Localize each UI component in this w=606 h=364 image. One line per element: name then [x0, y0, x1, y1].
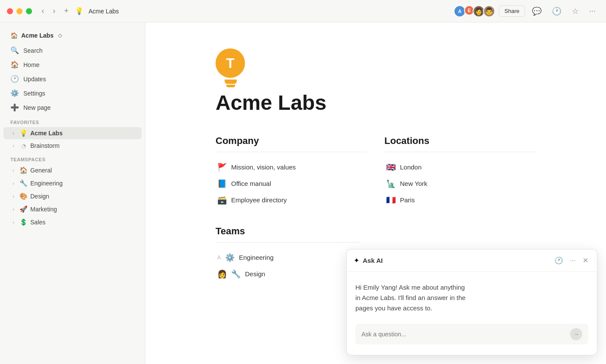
- ask-ai-input[interactable]: [361, 331, 567, 338]
- chevron-icon: ›: [10, 131, 16, 136]
- design-icon: 🎨: [19, 192, 28, 200]
- chevron-sales: ›: [10, 220, 16, 225]
- ask-ai-sparkle-icon: ✦: [354, 256, 359, 265]
- sidebar-item-home[interactable]: 🏠 Home: [3, 58, 142, 71]
- directory-icon: 🗃️: [217, 195, 227, 205]
- brainstorm-icon: ◔: [19, 143, 28, 149]
- link-paris[interactable]: 🇫🇷 Paris: [384, 192, 536, 208]
- teamspace-general-label: General: [30, 167, 52, 174]
- teamspace-engineering-label: Engineering: [30, 180, 63, 187]
- link-employee-directory[interactable]: 🗃️ Employee directory: [216, 192, 367, 208]
- workspace-icon: 🏠: [10, 32, 18, 39]
- design-team-icon: 🔧: [231, 269, 241, 279]
- london-label: London: [400, 163, 422, 171]
- sidebar-item-settings[interactable]: ⚙️ Settings: [3, 86, 142, 100]
- search-icon: 🔍: [10, 46, 19, 54]
- sidebar-label-updates: Updates: [23, 76, 46, 83]
- sidebar-teamspace-engineering[interactable]: › 🔧 Engineering: [3, 177, 142, 189]
- collaborators-avatars: A E 👩 👨: [454, 5, 495, 17]
- page-title: Acme Labs: [216, 92, 536, 115]
- teamspace-marketing-label: Marketing: [30, 206, 57, 213]
- settings-icon: ⚙️: [10, 89, 19, 97]
- forward-button[interactable]: ›: [50, 5, 58, 17]
- chevron-icon-2: ›: [10, 144, 16, 148]
- ask-ai-body: Hi Emily Yang! Ask me about anythingin A…: [347, 272, 597, 355]
- link-new-york[interactable]: 🗽 New York: [384, 176, 536, 192]
- close-button[interactable]: [7, 8, 13, 14]
- teamspace-design-label: Design: [30, 193, 49, 200]
- logo-connector: [226, 85, 235, 87]
- link-office-manual[interactable]: 📘 Office manual: [216, 176, 367, 192]
- mission-icon: 🚩: [217, 163, 227, 172]
- sidebar-item-new-page[interactable]: ➕ New page: [3, 101, 142, 114]
- workspace-name: Acme Labs: [21, 32, 54, 39]
- ask-ai-history-button[interactable]: 🕐: [553, 255, 565, 265]
- back-button[interactable]: ‹: [39, 5, 47, 17]
- design-avatar-emoji: 👩: [217, 269, 227, 279]
- paris-label: Paris: [400, 196, 415, 204]
- comment-button[interactable]: 💬: [529, 5, 545, 18]
- chevron-general: ›: [10, 168, 16, 173]
- columns-grid: Company 🚩 Mission, vision, values 📘 Offi…: [216, 135, 536, 208]
- chevron-engineering: ›: [10, 181, 16, 186]
- marketing-icon: 🚀: [19, 205, 28, 213]
- teams-divider: [216, 242, 360, 243]
- page-icon-small: 💡: [75, 7, 84, 15]
- sidebar-item-search[interactable]: 🔍 Search: [3, 44, 142, 57]
- new-york-icon: 🗽: [386, 179, 396, 188]
- sidebar-teamspace-sales[interactable]: › 💲 Sales: [3, 216, 142, 228]
- design-team-label: Design: [245, 270, 265, 278]
- new-page-icon: ➕: [10, 103, 19, 112]
- locations-section: Locations 🇬🇧 London 🗽 New York 🇫🇷 Paris: [384, 135, 536, 208]
- star-button[interactable]: ☆: [568, 5, 582, 18]
- sidebar-label-new-page: New page: [23, 104, 51, 111]
- titlebar-right: A E 👩 👨 Share 💬 🕐 ☆ ···: [454, 5, 599, 18]
- more-button[interactable]: ···: [586, 5, 599, 17]
- manual-label: Office manual: [231, 180, 271, 187]
- minimize-button[interactable]: [16, 8, 23, 14]
- sidebar-label-settings: Settings: [23, 90, 45, 97]
- share-button[interactable]: Share: [499, 5, 525, 17]
- ask-ai-header: ✦ Ask AI 🕐 ··· ✕: [347, 249, 597, 272]
- ask-ai-send-button[interactable]: →: [570, 328, 582, 340]
- logo-letter: T: [226, 55, 235, 71]
- add-page-button[interactable]: +: [61, 5, 71, 17]
- maximize-button[interactable]: [26, 8, 32, 14]
- company-heading: Company: [216, 135, 367, 147]
- ask-ai-close-button[interactable]: ✕: [581, 255, 590, 265]
- workspace-chevron: ◇: [58, 32, 62, 38]
- favorite-brainstorm-label: Brainstorm: [30, 142, 60, 149]
- sidebar-teamspace-marketing[interactable]: › 🚀 Marketing: [3, 203, 142, 215]
- paris-icon: 🇫🇷: [386, 195, 396, 205]
- workspace-selector[interactable]: 🏠 Acme Labs ◇: [3, 29, 142, 42]
- sidebar-favorite-acmelabs[interactable]: › 💡 Acme Labs: [3, 127, 142, 139]
- updates-icon: 🕐: [10, 75, 19, 83]
- sidebar-label-home: Home: [23, 61, 39, 68]
- engineering-team-label: Engineering: [239, 254, 274, 261]
- locations-divider: [384, 152, 536, 152]
- ask-ai-panel: ✦ Ask AI 🕐 ··· ✕ Hi Emily Yang! Ask me a…: [346, 249, 597, 355]
- chevron-design: ›: [10, 194, 16, 199]
- link-london[interactable]: 🇬🇧 London: [384, 159, 536, 176]
- directory-label: Employee directory: [231, 196, 287, 204]
- logo-circle: T: [216, 48, 245, 78]
- ask-ai-more-button[interactable]: ···: [568, 256, 577, 265]
- link-mission[interactable]: 🚩 Mission, vision, values: [216, 159, 367, 176]
- manual-icon: 📘: [217, 179, 227, 188]
- company-divider: [216, 152, 367, 152]
- avatar-2: 👨: [483, 5, 495, 17]
- ask-ai-greeting: Hi Emily Yang! Ask me about anythingin A…: [355, 282, 588, 313]
- london-icon: 🇬🇧: [386, 163, 396, 172]
- teams-heading: Teams: [216, 226, 536, 237]
- history-button[interactable]: 🕐: [548, 5, 565, 18]
- general-icon: 🏠: [19, 166, 28, 174]
- sidebar-favorite-brainstorm[interactable]: › ◔ Brainstorm: [3, 140, 142, 151]
- titlebar: ‹ › + 💡 Acme Labs A E 👩 👨 Share 💬 🕐 ☆ ··…: [0, 0, 606, 22]
- sidebar-item-updates[interactable]: 🕐 Updates: [3, 72, 142, 86]
- sidebar-teamspace-general[interactable]: › 🏠 General: [3, 164, 142, 176]
- sidebar-teamspace-design[interactable]: › 🎨 Design: [3, 190, 142, 202]
- titlebar-title: Acme Labs: [89, 8, 451, 15]
- logo-base: [225, 80, 237, 84]
- favorite-acmelabs-label: Acme Labs: [30, 130, 63, 137]
- home-icon: 🏠: [10, 61, 19, 69]
